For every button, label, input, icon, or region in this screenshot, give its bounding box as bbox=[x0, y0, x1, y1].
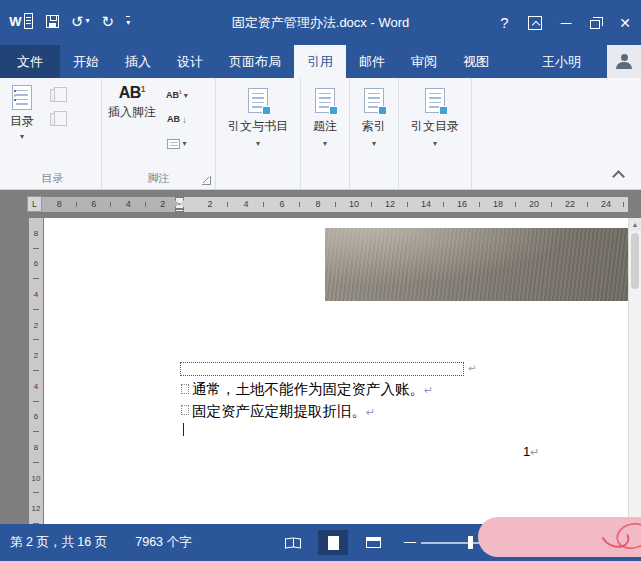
ruler-number: 8 bbox=[29, 432, 43, 463]
tab-file[interactable]: 文件 bbox=[0, 45, 60, 78]
vertical-scrollbar[interactable]: ▲ bbox=[628, 218, 641, 524]
scroll-up-icon[interactable]: ▲ bbox=[629, 218, 641, 231]
show-notes-button[interactable]: AB ↓ bbox=[162, 111, 192, 128]
ribbon-tab[interactable]: 审阅 bbox=[398, 45, 450, 78]
chevron-down-icon: ▾ bbox=[184, 92, 188, 100]
ribbon-tab[interactable]: 设计 bbox=[164, 45, 216, 78]
ruler-number: 12 bbox=[372, 197, 408, 212]
ruler-number: 12 bbox=[29, 493, 43, 524]
ruler-text-numbers: 24681012141618202224 bbox=[192, 197, 624, 212]
account-button[interactable] bbox=[607, 45, 641, 78]
paragraph-mark: ↵ bbox=[424, 384, 433, 396]
vertical-ruler: 864224681012 bbox=[29, 218, 43, 524]
ruler-number: 10 bbox=[336, 197, 372, 212]
ribbon-display-options-icon[interactable] bbox=[528, 16, 542, 30]
group-button-label: 索引 bbox=[362, 118, 386, 135]
ribbon-tab[interactable]: 邮件 bbox=[346, 45, 398, 78]
update-toc-icon bbox=[50, 113, 61, 126]
collapse-ribbon-icon[interactable] bbox=[609, 167, 627, 181]
chevron-down-icon: ▾ bbox=[323, 140, 327, 148]
add-text-icon bbox=[50, 89, 61, 102]
ruler-number: 4 bbox=[228, 197, 264, 212]
update-toc-button[interactable] bbox=[40, 111, 70, 128]
group-footnotes: AB1 插入脚注 AB1 ▾ AB ↓ ▾ bbox=[102, 78, 216, 189]
print-layout-icon bbox=[328, 536, 339, 550]
text-line-1[interactable]: 通常，土地不能作为固定资产入账。↵ bbox=[192, 379, 433, 401]
frame-anchor-mark bbox=[181, 405, 189, 415]
group-button-label: 引文目录 bbox=[411, 118, 459, 135]
frame-anchor-mark bbox=[181, 384, 189, 394]
word-count[interactable]: 7963 个字 bbox=[135, 534, 191, 551]
user-name[interactable]: 王小明 bbox=[542, 53, 581, 71]
paragraph-mark: ↵ bbox=[468, 363, 476, 374]
page-info[interactable]: 第 2 页，共 16 页 bbox=[10, 534, 107, 551]
ribbon-tab[interactable]: 视图 bbox=[450, 45, 502, 78]
group-icon bbox=[364, 88, 384, 113]
ribbon-tab[interactable]: 页面布局 bbox=[216, 45, 294, 78]
scrollbar-thumb[interactable] bbox=[631, 233, 639, 289]
ribbon-tab-row: 文件 开始插入设计页面布局 引用 邮件审阅视图 王小明 bbox=[0, 45, 641, 78]
group-button-label: 题注 bbox=[313, 118, 337, 135]
group-badge-icon bbox=[329, 106, 338, 115]
help-icon[interactable]: ? bbox=[500, 15, 508, 30]
chevron-down-icon: ▾ bbox=[433, 140, 437, 148]
group-button-label: 引文与书目 bbox=[228, 118, 288, 135]
zoom-out-button[interactable]: — bbox=[404, 535, 416, 549]
web-layout-icon bbox=[366, 537, 381, 548]
ribbon-tab[interactable]: 插入 bbox=[112, 45, 164, 78]
ruler-number: 16 bbox=[444, 197, 480, 212]
toc-icon bbox=[12, 85, 32, 110]
footnotes-dialog-launcher-icon[interactable] bbox=[202, 176, 211, 185]
ribbon-tab[interactable]: 开始 bbox=[60, 45, 112, 78]
add-text-button[interactable] bbox=[40, 87, 70, 104]
chevron-down-icon: ▾ bbox=[20, 133, 24, 141]
tab-references-active[interactable]: 引用 bbox=[294, 45, 346, 78]
group-badge-icon bbox=[262, 106, 271, 115]
ruler-number: 8 bbox=[42, 197, 77, 212]
tab-row-right: 王小明 bbox=[542, 45, 641, 78]
notes-icon bbox=[167, 139, 180, 149]
paragraph-mark: ↵ bbox=[530, 446, 539, 458]
view-shortcuts bbox=[278, 530, 388, 555]
ruler-number: 6 bbox=[264, 197, 300, 212]
down-arrow-icon: ↓ bbox=[182, 115, 187, 125]
dotted-text-frame[interactable] bbox=[180, 362, 464, 376]
ruler-margin-numbers: 8642 bbox=[42, 197, 180, 212]
read-mode-button[interactable] bbox=[278, 530, 308, 555]
ribbon: 目录 ▾ 目录 AB1 插入脚注 AB1 ▾ bbox=[0, 78, 641, 190]
left-indent-marker[interactable] bbox=[175, 209, 184, 212]
print-layout-button[interactable] bbox=[318, 530, 348, 555]
document-page[interactable]: ↵ 通常，土地不能作为固定资产入账。↵ 固定资产应定期提取折旧。↵ 1↵ bbox=[44, 218, 628, 524]
group-label-toc: 目录 bbox=[4, 171, 101, 186]
group-icon bbox=[248, 88, 268, 113]
minimize-icon[interactable]: ─ bbox=[561, 15, 572, 30]
web-layout-button[interactable] bbox=[358, 530, 388, 555]
ribbon-collapsed-group[interactable]: 引文目录 ▾ bbox=[399, 78, 472, 189]
horizontal-ruler: 8642 24681012141618202224 bbox=[42, 197, 628, 212]
group-table-of-contents: 目录 ▾ 目录 bbox=[4, 78, 102, 189]
ruler-number: 4 bbox=[111, 197, 146, 212]
ruler-number: 20 bbox=[516, 197, 552, 212]
ruler-number: 6 bbox=[77, 197, 112, 212]
text-line-2[interactable]: 固定资产应定期提取折旧。↵ bbox=[192, 401, 433, 423]
chevron-down-icon: ▾ bbox=[372, 140, 376, 148]
tab-selector[interactable]: L bbox=[27, 196, 42, 212]
paragraph-mark: ↵ bbox=[366, 406, 375, 418]
ruler-number: 2 bbox=[192, 197, 228, 212]
document-canvas: 864224681012 ↵ 通常，土地不能作为固定资产入账。↵ 固定资产应定期… bbox=[0, 218, 641, 524]
ribbon-collapsed-group[interactable]: 引文与书目 ▾ bbox=[216, 78, 301, 189]
notes-pane-button[interactable]: ▾ bbox=[162, 135, 192, 152]
close-icon[interactable]: ✕ bbox=[619, 15, 631, 31]
ribbon-collapsed-group[interactable]: 题注 ▾ bbox=[301, 78, 350, 189]
ruler-number: 8 bbox=[300, 197, 336, 212]
restore-icon[interactable] bbox=[590, 20, 600, 29]
ruler-number: 14 bbox=[408, 197, 444, 212]
zoom-slider-thumb[interactable] bbox=[468, 536, 473, 549]
person-icon bbox=[616, 54, 632, 69]
body-text[interactable]: 通常，土地不能作为固定资产入账。↵ 固定资产应定期提取折旧。↵ bbox=[192, 379, 433, 423]
next-footnote-icon: AB1 bbox=[166, 91, 182, 100]
embedded-photo[interactable] bbox=[325, 228, 628, 301]
ribbon-collapsed-group[interactable]: 索引 ▾ bbox=[350, 78, 399, 189]
next-footnote-button[interactable]: AB1 ▾ bbox=[162, 87, 192, 104]
ruler-number: 18 bbox=[480, 197, 516, 212]
